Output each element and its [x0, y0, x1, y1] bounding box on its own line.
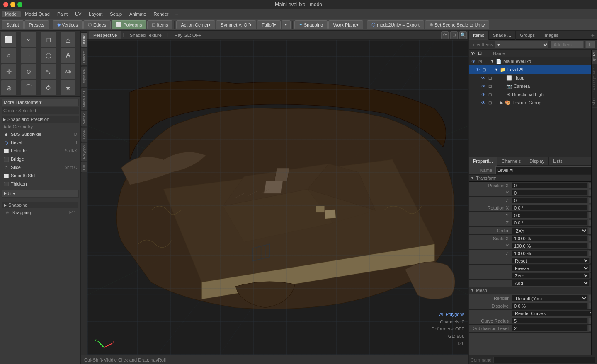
rotation-z-input[interactable] [512, 219, 588, 226]
tool-extrude[interactable]: ⬜ Extrude Shift-X [2, 147, 79, 155]
snapping-button[interactable]: ✦Snapping [294, 20, 328, 29]
vp-sync-button[interactable]: ⟳ [441, 31, 449, 39]
freeze-select[interactable]: Freeze [512, 265, 590, 271]
side-tab-basic[interactable]: Basic [81, 32, 87, 47]
rotation-y-input[interactable] [512, 212, 588, 218]
tool-bridge[interactable]: ⬛ Bridge [2, 155, 79, 163]
position-z-input[interactable] [512, 197, 588, 203]
rvtab-user-channels[interactable]: User Channels [592, 64, 597, 94]
side-tab-edge[interactable]: Edge [81, 128, 87, 142]
tool-smooth-shift[interactable]: ⬜ Smooth Shift [2, 171, 79, 180]
rvtab-mesh[interactable]: Mesh [592, 50, 597, 64]
presets-button[interactable]: Presets [24, 20, 49, 29]
zero-select[interactable]: Zero [512, 272, 590, 279]
polygons-button[interactable]: ⬜Polygons [112, 20, 146, 29]
reset-select[interactable]: Reset [512, 258, 590, 264]
tree-item-camera[interactable]: 👁 ⊡ 📷 Camera [469, 82, 597, 90]
tool-slice[interactable]: ◇ Slice Shift-C [2, 163, 79, 171]
right-tab-groups[interactable]: Groups [516, 31, 539, 40]
tool-icon-text[interactable]: A [60, 48, 76, 63]
order-select[interactable]: ZXY XYZ YZX [512, 227, 588, 234]
menu-setup[interactable]: Setup [107, 11, 125, 17]
side-tab-uv[interactable]: UV [81, 162, 87, 173]
falloff-button[interactable]: Falloff [257, 20, 281, 29]
tool-icon-box[interactable]: ⬜ [1, 31, 17, 47]
mesh-section-header[interactable]: ▼ Mesh [469, 287, 597, 294]
render-select[interactable]: Default (Yes) [512, 295, 588, 301]
right-tab-add[interactable]: + [589, 32, 597, 39]
side-tab-polygon[interactable]: Polygon [81, 142, 87, 162]
more-transforms-dropdown[interactable]: More Transforms ▾ [2, 99, 79, 106]
tool-icon-sphere[interactable]: ⚬ [21, 31, 36, 47]
tree-item-texture[interactable]: 👁 ⊡ ▶ 🎨 Texture Group [469, 99, 597, 107]
symmetry-button[interactable]: Symmetry: Off [216, 20, 256, 29]
snaps-precision-header[interactable]: ▶ Snaps and Precision [2, 116, 79, 123]
minimize-button[interactable] [10, 2, 15, 7]
items-button[interactable]: ◻Items [147, 20, 172, 29]
viewport-canvas[interactable]: All Polygons Channels: 0 Deformers: OFF … [87, 40, 468, 364]
tool-icon-transform[interactable]: ⊕ [1, 80, 17, 96]
snapping-item[interactable]: ⊕ Snapping F11 [2, 208, 78, 217]
modo2unity-button[interactable]: ⬡modo2Unity – Export [367, 20, 424, 29]
scale-z-input[interactable] [512, 250, 588, 256]
side-tab-deform[interactable]: Deform [81, 48, 87, 66]
workplane-button[interactable]: Work Plane [328, 20, 363, 29]
tool-icon-move[interactable]: ✛ [1, 64, 17, 80]
maximize-button[interactable] [17, 2, 22, 7]
tool-thicken[interactable]: ⬛ Thicken [2, 180, 79, 188]
right-tab-items[interactable]: Items [469, 31, 489, 40]
side-tab-vertex[interactable]: Vertex [81, 111, 87, 127]
tool-icon-star[interactable]: ★ [60, 80, 76, 96]
menu-uv[interactable]: UV [72, 11, 85, 17]
add-select[interactable]: Add [512, 280, 590, 286]
subdivision-input[interactable] [512, 325, 588, 331]
scale-x-input[interactable] [512, 235, 588, 241]
search-icon-button[interactable]: F [585, 41, 595, 48]
tool-icon-text2[interactable]: A⊕ [60, 64, 76, 80]
props-tab-channels[interactable]: Channels [498, 157, 525, 166]
tree-item-mainlevel[interactable]: 👁 ⊡ ▼ 📄 MainLevel.lxo [469, 57, 597, 65]
position-y-input[interactable] [512, 190, 588, 196]
viewport[interactable]: Perspective | Shaded Texture | Ray GL: O… [87, 31, 468, 364]
tool-icon-cone[interactable]: △ [60, 31, 76, 47]
edit-dropdown[interactable]: Edit ▾ [2, 190, 79, 198]
tool-icon-bend[interactable]: ⌒ [21, 80, 36, 96]
tree-item-heap[interactable]: 👁 ⊡ ⬜ Heap [469, 74, 597, 82]
rotation-x-input[interactable] [512, 205, 588, 211]
tool-bevel[interactable]: ⬡ Bevel B [2, 138, 79, 147]
curve-radius-input[interactable] [512, 318, 588, 324]
vp-search-button[interactable]: 🔍 [459, 31, 467, 39]
tool-icon-polygon[interactable]: ⬡ [41, 48, 56, 63]
menu-render[interactable]: Render [150, 11, 172, 17]
tool-icon-circle[interactable]: ○ [1, 48, 17, 63]
filter-items-select[interactable]: ▾ [495, 41, 549, 48]
close-button[interactable] [3, 2, 8, 7]
menu-model[interactable]: Model [2, 11, 21, 17]
viewport-tab-shaded[interactable]: Shaded Texture [126, 31, 166, 39]
command-input[interactable] [493, 357, 595, 363]
dissolve-input[interactable] [512, 303, 588, 309]
tool-icon-twist[interactable]: ⥀ [41, 80, 56, 96]
props-tab-properties[interactable]: Properti... [469, 157, 498, 166]
tool-sds-subdivide[interactable]: ◆ SDS Subdivide D [2, 130, 79, 138]
vertices-button[interactable]: ◆Vertices [53, 20, 83, 29]
viewport-tab-perspective[interactable]: Perspective [89, 31, 121, 39]
add-item-input[interactable] [551, 41, 584, 48]
action-center-button[interactable]: Action Center [176, 20, 215, 29]
render-curves-select[interactable]: Render Curves [512, 310, 595, 316]
viewport-tab-raygl[interactable]: Ray GL: OFF [170, 31, 206, 39]
tree-item-light[interactable]: 👁 ⊡ ☀ Directional Light [469, 90, 597, 99]
menu-paint[interactable]: Paint [54, 11, 71, 17]
vp-frame-button[interactable]: ⊡ [450, 31, 458, 39]
menu-animate[interactable]: Animate [126, 11, 149, 17]
tool-icon-cylinder[interactable]: ⊓ [41, 31, 56, 47]
sculpt-button[interactable]: Sculpt [2, 20, 24, 29]
props-tab-lists[interactable]: Lists [549, 157, 567, 166]
side-tab-mesh-edit[interactable]: Mesh Edit [81, 88, 87, 110]
falloff-options-button[interactable]: ▾ [282, 20, 291, 29]
tool-icon-rotate[interactable]: ↻ [21, 64, 36, 80]
rvtab-tags[interactable]: Tags [592, 94, 597, 108]
props-tab-display[interactable]: Display [525, 157, 549, 166]
transform-section-header[interactable]: ▼ Transform [469, 175, 597, 182]
tool-icon-scale[interactable]: ⤡ [41, 64, 56, 80]
